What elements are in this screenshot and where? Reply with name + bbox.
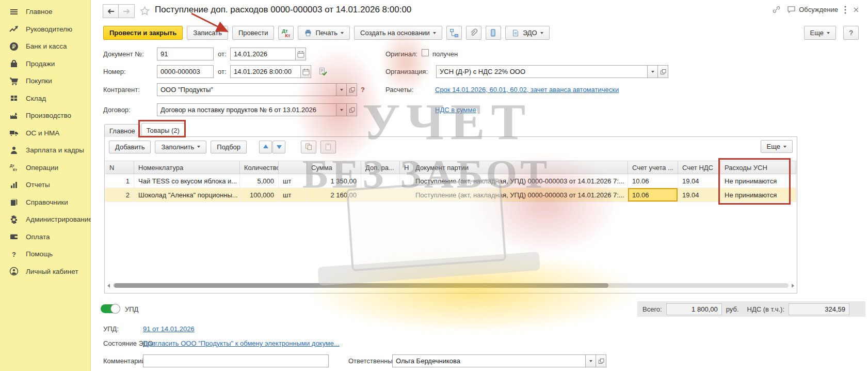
col-vat-account[interactable]: Счет НДС <box>678 161 720 174</box>
dropdown-button[interactable] <box>336 103 347 116</box>
counterparty-help-icon[interactable]: ? <box>361 86 365 94</box>
col-n[interactable]: N <box>105 161 134 174</box>
number-date-input[interactable] <box>230 65 301 78</box>
add-row-button[interactable]: Добавить <box>109 141 151 153</box>
table-row-selected[interactable]: 2 Шоколад "Аленка" порционны... 100,000 … <box>105 188 796 202</box>
edo-status-link[interactable]: Пригласить ООО "Продукты" к обмену элект… <box>143 339 340 347</box>
open-item-icon[interactable] <box>347 103 357 116</box>
comment-input[interactable] <box>143 354 329 367</box>
pick-button[interactable]: Подбор <box>211 141 247 153</box>
more-button[interactable]: Еще <box>804 26 836 40</box>
col-usn[interactable]: Расходы УСН <box>720 161 796 174</box>
help-button[interactable]: ? <box>843 26 859 40</box>
sidebar-item-proizvodstvo[interactable]: Производство <box>0 107 90 125</box>
upd-label: УПД: <box>103 325 119 333</box>
sidebar-item-prodazhi[interactable]: Продажи <box>0 55 90 73</box>
organization-input[interactable] <box>436 65 648 78</box>
attachments-button[interactable] <box>466 26 481 40</box>
move-up-button[interactable] <box>259 141 272 153</box>
favorite-star-icon[interactable] <box>139 6 150 18</box>
original-checkbox[interactable] <box>422 49 429 56</box>
post-and-close-button[interactable]: Провести и закрыть <box>103 26 183 40</box>
calendar-icon[interactable] <box>301 65 311 78</box>
upd-link[interactable]: 91 от 14.01.2026 <box>143 325 195 333</box>
tab-goods[interactable]: Товары (2) <box>141 123 185 137</box>
goods-toolbar: Добавить Заполнить Подбор Еще <box>109 140 793 153</box>
doc-date-input[interactable] <box>230 48 296 60</box>
col-extra[interactable]: Доп. ра... <box>361 161 400 174</box>
sidebar-item-spravochniki[interactable]: Справочники <box>0 194 90 211</box>
sidebar-item-pomosch[interactable]: ? Помощь <box>0 245 90 263</box>
close-icon[interactable] <box>853 6 860 13</box>
chat-icon <box>787 5 796 14</box>
arrow-up-icon <box>263 144 269 150</box>
warehouse-icon <box>9 94 19 103</box>
sidebar-item-label: Главное <box>26 8 53 16</box>
current-cell[interactable]: 10.06 <box>628 188 678 202</box>
sidebar-item-lichnyj-kabinet[interactable]: Личный кабинет <box>0 263 90 281</box>
forward-button[interactable] <box>119 4 135 18</box>
col-account[interactable]: Счет учета ... <box>628 161 678 174</box>
responsible-input[interactable] <box>392 354 586 367</box>
get-link-icon[interactable] <box>772 5 781 14</box>
upd-toggle[interactable] <box>101 304 119 313</box>
sidebar-item-os-i-nma[interactable]: ОС и НМА <box>0 125 90 142</box>
goods-table: N Номенклатура Количество Сумма Доп. ра.… <box>105 161 796 202</box>
dropdown-button[interactable] <box>586 354 596 367</box>
calendar-icon[interactable] <box>296 48 306 60</box>
col-item[interactable]: Номенклатура <box>134 161 240 174</box>
open-item-icon[interactable] <box>658 65 668 78</box>
edo-button[interactable]: ЭДО <box>505 26 550 40</box>
set-time-icon[interactable] <box>316 66 329 78</box>
dropdown-button[interactable] <box>336 83 347 96</box>
sidebar-item-zarplata-i-kadry[interactable]: Зарплата и кадры <box>0 142 90 159</box>
col-unit[interactable] <box>279 161 307 174</box>
save-button[interactable]: Записать <box>187 26 228 40</box>
open-item-icon[interactable] <box>596 354 606 367</box>
dtkt-icon: ДтКт <box>282 28 290 38</box>
sidebar-item-operacii[interactable]: ДтКт Операции <box>0 159 90 177</box>
sidebar-item-oplata[interactable]: Оплата <box>0 228 90 246</box>
menu-dots-icon[interactable] <box>844 6 846 14</box>
col-sum[interactable]: Сумма <box>307 161 361 174</box>
discussion-button[interactable]: Обсуждение <box>787 5 838 14</box>
vat-link[interactable]: НДС в сумме <box>435 106 476 114</box>
sidebar-item-label: Оплата <box>26 233 50 241</box>
post-button[interactable]: Провести <box>232 26 275 40</box>
open-item-icon[interactable] <box>347 83 357 96</box>
col-batch[interactable]: Документ партии <box>411 161 628 174</box>
dtkt-button[interactable]: ДтКт <box>278 26 294 40</box>
col-h[interactable]: Н <box>400 161 411 174</box>
tab-main[interactable]: Главное <box>104 124 140 137</box>
sidebar-item-pokupki[interactable]: Покупки <box>0 72 90 90</box>
sidebar-item-glavnoe[interactable]: Главное <box>0 3 90 21</box>
related-documents-button[interactable] <box>446 26 462 40</box>
number-input[interactable] <box>157 65 214 78</box>
scrollbar-thumb[interactable] <box>114 283 608 288</box>
print-button[interactable]: Печать <box>298 26 350 40</box>
copy-rows-button[interactable] <box>301 141 316 153</box>
goods-panel: Добавить Заполнить Подбор Еще N Номенкла… <box>104 136 797 293</box>
doc-no-input[interactable] <box>157 48 214 60</box>
counterparty-input[interactable] <box>157 83 336 96</box>
currency-label: руб. <box>726 305 739 313</box>
table-row[interactable]: 1 Чай TESS со вкусом яблока и... 5,000 ш… <box>105 174 796 188</box>
sidebar-item-bank-i-kassa[interactable]: Р Банк и касса <box>0 38 90 55</box>
col-qty[interactable]: Количество <box>240 161 279 174</box>
scroll-left-icon[interactable] <box>107 284 110 288</box>
contract-input[interactable] <box>157 103 336 116</box>
sidebar-item-administrirovanie[interactable]: Администрирование <box>0 211 90 228</box>
sidebar-item-sklad[interactable]: Склад <box>0 90 90 107</box>
fill-button[interactable]: Заполнить <box>155 141 206 153</box>
goods-more-button[interactable]: Еще <box>761 140 793 153</box>
move-down-button[interactable] <box>272 141 285 153</box>
paste-rows-button[interactable] <box>320 141 336 153</box>
create-based-on-button[interactable]: Создать на основании <box>354 26 442 40</box>
sidebar-item-rukovoditelyu[interactable]: Руководителю <box>0 21 90 38</box>
scroll-right-icon[interactable] <box>792 284 794 288</box>
back-button[interactable] <box>103 4 119 18</box>
reports-button[interactable] <box>486 26 501 40</box>
settlements-link[interactable]: Срок 14.01.2026, 60.01, 60.02, зачет ава… <box>435 86 619 94</box>
dropdown-button[interactable] <box>648 65 658 78</box>
sidebar-item-otchety[interactable]: Отчеты <box>0 176 90 194</box>
